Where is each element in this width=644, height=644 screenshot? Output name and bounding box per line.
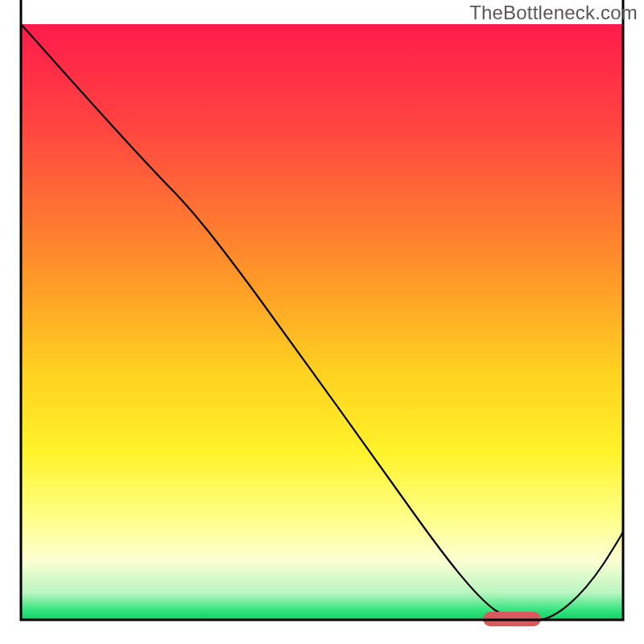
gradient-background xyxy=(21,24,623,620)
chart-svg xyxy=(0,0,644,644)
chart-canvas: TheBottleneck.com xyxy=(0,0,644,644)
watermark-text: TheBottleneck.com xyxy=(469,2,638,24)
